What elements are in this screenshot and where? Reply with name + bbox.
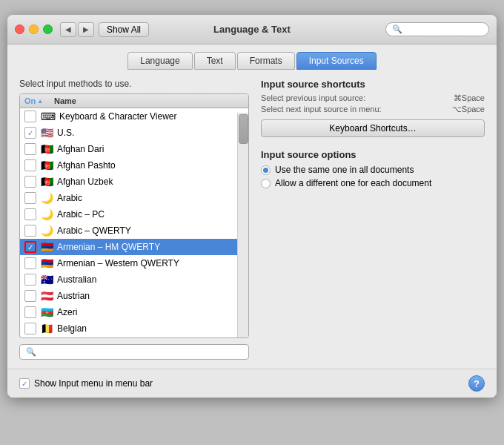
- radio-different-row[interactable]: Allow a different one for each document: [261, 177, 485, 190]
- search-box[interactable]: 🔍: [385, 22, 489, 36]
- flag-icon: 🇺🇸: [41, 127, 53, 139]
- item-checkbox[interactable]: ✓: [24, 127, 36, 139]
- shortcut-next-row: Select next input source in menu: ⌥Space: [261, 104, 485, 115]
- flag-icon: 🇦🇫: [41, 143, 53, 155]
- list-item[interactable]: 🌙 Arabic – PC: [20, 206, 248, 222]
- col-on-header: On ▲: [24, 96, 54, 105]
- shortcut-prev-key: ⌘Space: [454, 93, 485, 103]
- right-panel: Input source shortcuts Select previous i…: [261, 79, 485, 360]
- on-header-label: On: [24, 96, 36, 105]
- shortcuts-section: Input source shortcuts Select previous i…: [261, 79, 485, 137]
- item-label: Austrian: [57, 291, 244, 301]
- item-label: Afghan Uzbek: [57, 177, 244, 187]
- item-checkbox[interactable]: [24, 208, 36, 220]
- show-all-button[interactable]: Show All: [99, 22, 149, 37]
- radio-different[interactable]: [261, 179, 271, 188]
- item-label: Keyboard & Character Viewer: [59, 111, 244, 122]
- show-menu-label: Show Input menu in menu bar: [34, 378, 153, 389]
- tab-text[interactable]: Text: [194, 52, 236, 70]
- flag-icon: 🇦🇲: [41, 241, 53, 253]
- list-item-armenian-hm[interactable]: ✓ 🇦🇲 Armenian – HM QWERTY: [20, 239, 248, 255]
- back-button[interactable]: ◀: [60, 22, 76, 37]
- list-item[interactable]: 🇦🇿 Azeri: [20, 304, 248, 320]
- radio-same[interactable]: [261, 165, 271, 175]
- flag-icon: 🌙: [41, 192, 53, 204]
- titlebar: ◀ ▶ Show All Language & Text 🔍: [7, 15, 497, 44]
- item-label: Arabic – QWERTY: [57, 225, 244, 236]
- list-item[interactable]: 🇦🇺 Australian: [20, 271, 248, 288]
- keyboard-shortcuts-button[interactable]: Keyboard Shortcuts…: [261, 119, 485, 137]
- flag-icon: 🇦🇲: [41, 257, 53, 269]
- content-area: Select input methods to use. On ▲ Name ⌨…: [7, 70, 497, 369]
- options-section: Input source options Use the same one in…: [261, 149, 485, 190]
- flag-icon: 🇦🇹: [41, 290, 53, 302]
- maximize-button[interactable]: [43, 24, 53, 34]
- close-button[interactable]: [15, 24, 24, 34]
- shortcuts-title: Input source shortcuts: [261, 79, 485, 90]
- show-menu-checkbox[interactable]: ✓ Show Input menu in menu bar: [19, 378, 153, 389]
- flag-icon: 🌙: [41, 208, 53, 220]
- item-label: Arabic – PC: [57, 209, 244, 220]
- show-menu-check[interactable]: ✓: [19, 378, 30, 389]
- input-methods-list-container: On ▲ Name ⌨ Keyboard & Character Viewer …: [19, 93, 249, 338]
- list-item[interactable]: 🇦🇲 Armenian – Western QWERTY: [20, 255, 248, 271]
- scrollbar-thumb[interactable]: [239, 114, 248, 144]
- item-checkbox[interactable]: ✓: [24, 241, 36, 253]
- minimize-button[interactable]: [29, 24, 39, 34]
- item-checkbox[interactable]: [24, 323, 36, 334]
- item-checkbox[interactable]: [24, 225, 36, 237]
- item-checkbox[interactable]: [24, 159, 36, 171]
- shortcut-prev-row: Select previous input source: ⌘Space: [261, 93, 485, 104]
- list-item[interactable]: 🇦🇫 Afghan Uzbek: [20, 174, 248, 190]
- traffic-lights: [15, 24, 53, 34]
- tab-formats[interactable]: Formats: [237, 52, 295, 70]
- radio-same-label: Use the same one in all documents: [275, 165, 414, 175]
- item-label: Belgian: [57, 323, 244, 334]
- list-items: ⌨ Keyboard & Character Viewer ✓ 🇺🇸 U.S. …: [20, 108, 248, 334]
- list-item[interactable]: 🇦🇫 Afghan Dari: [20, 141, 248, 157]
- search-input[interactable]: [405, 25, 483, 34]
- forward-button[interactable]: ▶: [78, 22, 94, 37]
- tab-input-sources[interactable]: Input Sources: [296, 52, 377, 70]
- help-button[interactable]: ?: [468, 375, 485, 392]
- flag-icon: 🌙: [41, 225, 53, 237]
- flag-icon: 🇦🇺: [41, 274, 53, 286]
- item-checkbox[interactable]: [24, 306, 36, 318]
- list-item[interactable]: 🇦🇹 Austrian: [20, 288, 248, 304]
- tab-language[interactable]: Language: [127, 52, 192, 70]
- list-item[interactable]: ⌨ Keyboard & Character Viewer: [20, 108, 248, 125]
- shortcut-prev-label: Select previous input source:: [261, 93, 365, 103]
- flag-icon: 🇦🇫: [41, 159, 53, 171]
- list-search-box[interactable]: 🔍: [19, 344, 249, 360]
- item-label: U.S.: [57, 128, 244, 138]
- item-label: Arabic: [57, 193, 244, 203]
- list-item[interactable]: 🇦🇫 Afghan Pashto: [20, 157, 248, 174]
- list-item[interactable]: 🌙 Arabic – QWERTY: [20, 222, 248, 239]
- select-label: Select input methods to use.: [19, 79, 249, 89]
- radio-different-label: Allow a different one for each document: [275, 178, 431, 188]
- keyboard-icon: ⌨: [41, 111, 56, 122]
- item-checkbox[interactable]: [24, 176, 36, 188]
- item-checkbox[interactable]: [24, 111, 36, 122]
- window-title: Language & Text: [213, 24, 291, 35]
- list-item[interactable]: 🇧🇪 Belgian: [20, 320, 248, 334]
- shortcut-next-label: Select next input source in menu:: [261, 105, 382, 114]
- radio-same-row[interactable]: Use the same one in all documents: [261, 163, 485, 177]
- item-checkbox[interactable]: [24, 192, 36, 204]
- item-checkbox[interactable]: [24, 290, 36, 302]
- item-label: Australian: [57, 274, 244, 285]
- list-item[interactable]: 🌙 Arabic: [20, 190, 248, 206]
- item-checkbox[interactable]: [24, 143, 36, 155]
- list-search-input[interactable]: [39, 348, 242, 357]
- item-label: Armenian – HM QWERTY: [57, 242, 244, 252]
- nav-buttons: ◀ ▶: [60, 22, 94, 37]
- list-item[interactable]: ✓ 🇺🇸 U.S.: [20, 125, 248, 141]
- options-title: Input source options: [261, 149, 485, 160]
- item-label: Azeri: [57, 307, 244, 317]
- flag-icon: 🇦🇫: [41, 176, 53, 188]
- item-label: Afghan Pashto: [57, 160, 244, 171]
- scrollbar[interactable]: [237, 113, 248, 338]
- shortcut-next-key: ⌥Space: [452, 105, 485, 114]
- item-checkbox[interactable]: [24, 274, 36, 286]
- item-checkbox[interactable]: [24, 257, 36, 269]
